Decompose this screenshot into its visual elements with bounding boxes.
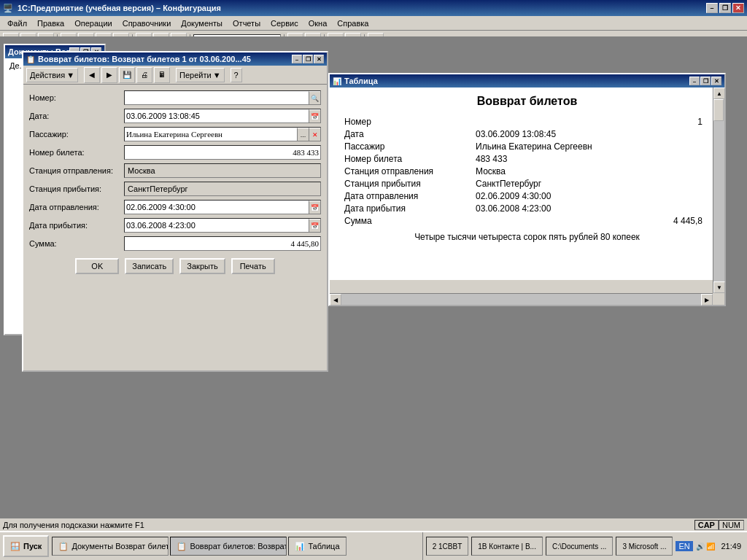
table-minimize[interactable]: –: [689, 77, 700, 85]
menu-bar: Файл Правка Операции Справочники Докумен…: [0, 16, 747, 31]
menu-edit[interactable]: Правка: [33, 18, 69, 29]
form-forward-btn[interactable]: ▶: [101, 67, 117, 83]
departure-date-field[interactable]: 📅: [124, 200, 321, 214]
number-lookup-btn[interactable]: 🔍: [309, 91, 320, 104]
arrival-date-label: Дата прибытия:: [29, 221, 124, 230]
tray-item-0[interactable]: 2 1СВBT: [426, 537, 469, 556]
taskbar-item-1[interactable]: 📋 Вовврат билетов: Возврат ...45: [170, 537, 287, 556]
save-button[interactable]: Записать: [125, 258, 174, 274]
form-minimize[interactable]: –: [292, 55, 302, 63]
menu-reference[interactable]: Справочники: [118, 18, 176, 29]
restore-btn[interactable]: ❐: [719, 3, 731, 13]
table-close[interactable]: ✕: [711, 77, 721, 85]
passenger-lookup-btn[interactable]: ...: [297, 128, 309, 141]
report-label-6: Дата отправления: [344, 191, 476, 201]
table-scrollbar-v[interactable]: ▲ ▼: [713, 88, 724, 293]
report-label-8: Сумма: [344, 216, 476, 226]
report-value-6: 02.06.2009 4:30:00: [476, 191, 710, 201]
form-maximize[interactable]: ❐: [303, 55, 313, 63]
scroll-down-btn[interactable]: ▼: [713, 281, 725, 293]
ticket-row: Номер билета:: [29, 145, 321, 160]
tray-item-1[interactable]: 1В Контакте | В...: [471, 537, 543, 556]
report-row-0: Номер 1: [344, 117, 710, 127]
date-input[interactable]: [125, 109, 309, 122]
number-field[interactable]: 🔍: [124, 90, 321, 105]
report-label-4: Станция отправления: [344, 166, 476, 176]
start-label: Пуск: [23, 542, 42, 551]
workspace: Документы Возврат билетов – ❐ ✕ Де... 📋 …: [0, 36, 747, 531]
passenger-field[interactable]: ... ✕: [124, 127, 321, 141]
taskbar-item-2[interactable]: 📊 Таблица: [288, 537, 346, 556]
ok-button[interactable]: OK: [75, 258, 119, 274]
departure-date-input[interactable]: [125, 201, 309, 214]
form-back-btn[interactable]: ◀: [84, 67, 100, 83]
report-label-7: Дата прибытия: [344, 203, 476, 214]
goto-btn[interactable]: Перейти ▼: [176, 68, 224, 82]
menu-windows[interactable]: Окна: [304, 18, 332, 29]
arrival-date-field[interactable]: 📅: [124, 218, 321, 233]
taskbar-items: 📋 Документы Возврат билетов 📋 Вовврат би…: [52, 537, 422, 556]
form-close[interactable]: ✕: [314, 55, 324, 63]
passenger-input[interactable]: [125, 128, 297, 141]
close-btn[interactable]: ✕: [732, 3, 744, 13]
help-btn[interactable]: ?: [231, 68, 242, 82]
form-save-btn[interactable]: 💾: [119, 67, 135, 83]
arrival-date-input[interactable]: [125, 219, 309, 232]
menu-service[interactable]: Сервис: [266, 18, 303, 29]
ticket-input[interactable]: [126, 146, 319, 159]
report-label-0: Номер: [344, 117, 476, 127]
departure-date-picker-btn[interactable]: 📅: [309, 201, 320, 214]
report-label-3: Номер билета: [344, 154, 476, 164]
form-titlebar[interactable]: 📋 Вовврат билетов: Возврат билетов 1 от …: [23, 52, 327, 66]
language-indicator[interactable]: EN: [676, 541, 692, 551]
sum-input[interactable]: [126, 237, 319, 250]
form-calc-btn[interactable]: 🖩: [154, 67, 170, 83]
menu-help[interactable]: Справка: [333, 18, 373, 29]
scroll-up-btn[interactable]: ▲: [713, 88, 725, 99]
date-field[interactable]: 📅: [124, 109, 321, 123]
report-value-2: Ильина Екатерина Сергеевн: [476, 141, 710, 152]
scroll-left-btn[interactable]: ◀: [330, 294, 341, 306]
table-window: 📊 Таблица – ❐ ✕ Вовврат билетов Номер 1 …: [328, 73, 726, 306]
taskbar-item-0[interactable]: 📋 Документы Возврат билетов: [52, 537, 169, 556]
report-row-8: Сумма 4 445,8: [344, 216, 710, 226]
date-picker-btn[interactable]: 📅: [309, 109, 320, 122]
date-label: Дата:: [29, 112, 124, 120]
sum-field[interactable]: [124, 236, 321, 251]
actions-btn[interactable]: Действия ▼: [26, 68, 78, 82]
print-button[interactable]: Печать: [231, 258, 275, 274]
taskbar-item-label-0: Документы Возврат билетов: [71, 542, 169, 551]
clock: 21:49: [718, 542, 744, 551]
departure-station-field: Москва: [124, 163, 321, 178]
menu-operations[interactable]: Операции: [70, 18, 116, 29]
table-scrollbar-h[interactable]: ◀ ▶: [330, 293, 713, 305]
start-button[interactable]: 🪟 Пуск: [3, 535, 49, 557]
title-bar: 🖥️ 1С:Предприятие (учебная версия) – Кон…: [0, 0, 747, 16]
menu-documents[interactable]: Документы: [177, 18, 227, 29]
scroll-thumb-v[interactable]: [713, 99, 724, 121]
form-print-btn[interactable]: 🖨: [136, 67, 152, 83]
close-button[interactable]: Закрыть: [179, 258, 225, 274]
arrival-date-row: Дата прибытия: 📅: [29, 218, 321, 233]
form-buttons: OK Записать Закрыть Печать: [29, 258, 321, 274]
tray-item-3[interactable]: 3 Microsoft ...: [616, 537, 673, 556]
departure-date-label: Дата отправления:: [29, 203, 124, 211]
scroll-right-btn[interactable]: ▶: [701, 294, 713, 306]
form-content: Номер: 🔍 Дата: 📅 Пассажир: ...: [23, 85, 327, 280]
menu-file[interactable]: Файл: [3, 18, 31, 29]
table-title: Таблица: [344, 77, 689, 85]
sum-row: Сумма:: [29, 236, 321, 251]
number-input[interactable]: [125, 91, 309, 104]
minimize-btn[interactable]: –: [706, 3, 718, 13]
arrival-date-picker-btn[interactable]: 📅: [309, 219, 320, 232]
ticket-field[interactable]: [124, 145, 321, 160]
status-hint: Для получения подсказки нажмите F1: [3, 521, 144, 529]
number-label: Номер:: [29, 93, 124, 102]
table-maximize[interactable]: ❐: [700, 77, 711, 85]
table-titlebar[interactable]: 📊 Таблица – ❐ ✕: [330, 74, 724, 88]
departure-station-row: Станция отправления: Москва: [29, 163, 321, 178]
report-title: Вовврат билетов: [344, 95, 710, 108]
menu-reports[interactable]: Отчеты: [228, 18, 265, 29]
tray-item-2[interactable]: C:\Documents ...: [546, 537, 613, 556]
passenger-clear-btn[interactable]: ✕: [309, 128, 320, 141]
